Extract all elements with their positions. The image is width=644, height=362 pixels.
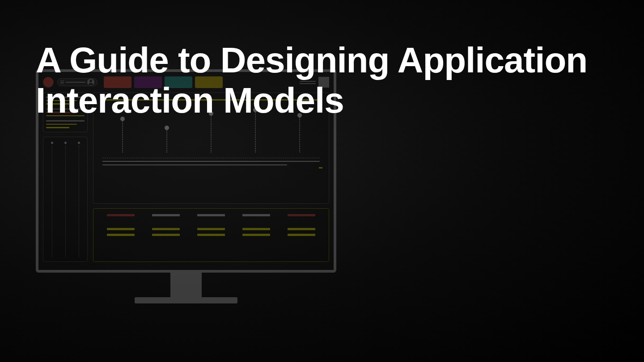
bottom-data-card [93,208,329,262]
data-column [107,214,135,256]
data-column [288,214,315,256]
lollipop [165,126,169,152]
data-column [152,214,180,256]
axis-tick [319,167,322,168]
sidebar-card-2 [43,137,88,262]
monitor-stand [170,273,202,297]
lollipop [120,117,125,152]
page-title: A Guide to Designing Application Interac… [36,40,644,120]
data-column [242,214,270,256]
chart-baseline [101,158,322,165]
monitor-base [135,297,237,303]
data-column [197,214,225,256]
